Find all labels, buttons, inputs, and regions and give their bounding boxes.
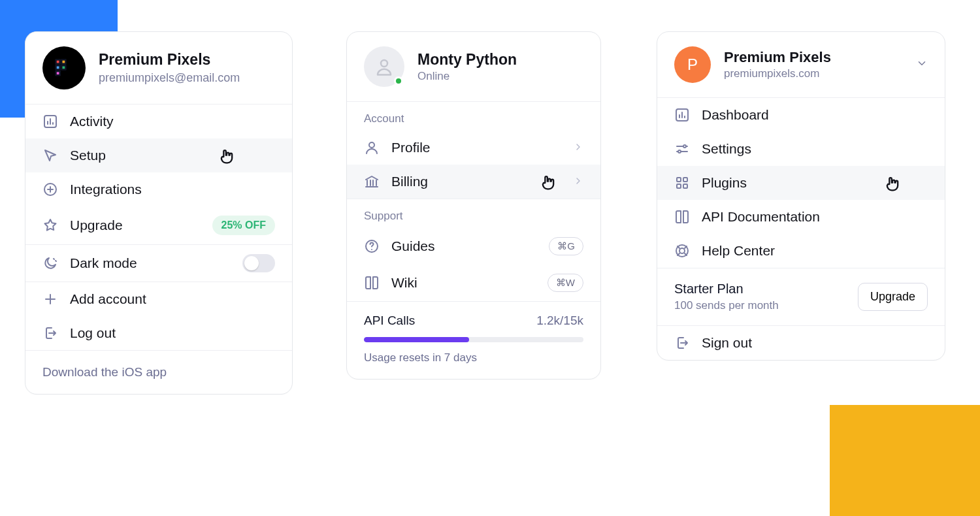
menu-item-settings[interactable]: Settings [657,132,945,166]
menu-item-label: Setup [70,148,106,163]
discount-badge: 25% OFF [212,216,275,235]
menu-item-label: Dashboard [702,107,769,123]
usage-title: API Calls [364,314,415,328]
hand-cursor-icon [883,175,902,193]
account-title: Premium Pixels [99,51,240,69]
menu-item-label: Help Center [702,243,775,259]
menu-item-help-center[interactable]: Help Center [657,234,945,268]
person-icon [374,57,394,76]
plus-icon [42,291,58,307]
plan-subtitle: 100 sends per month [674,299,779,312]
menu-item-guides[interactable]: Guides ⌘G [347,228,600,265]
menu-item-label: Add account [70,291,146,307]
menu-item-activity[interactable]: Activity [25,105,292,138]
svg-rect-1 [61,60,65,64]
cursor-icon [42,148,58,163]
book-icon [364,275,380,291]
menu-item-upgrade[interactable]: Upgrade 25% OFF [25,206,292,244]
keyboard-shortcut: ⌘G [549,237,583,255]
section-label-support: Support [347,199,600,228]
menu-item-profile[interactable]: Profile [347,131,600,165]
menu-item-dark-mode[interactable]: Dark mode [25,245,292,282]
menu-item-billing[interactable]: Billing [347,165,600,199]
menu-item-label: Wiki [391,275,417,291]
menu-item-label: Plugins [702,175,747,191]
menu-item-api-docs[interactable]: API Documentation [657,200,945,234]
activity-icon [42,114,58,129]
star-icon [42,218,58,233]
plus-circle-icon [42,182,58,197]
logout-icon [42,325,58,341]
menu-item-label: Activity [70,114,114,129]
menu-item-plugins[interactable]: Plugins [657,166,945,200]
menu-item-label: Sign out [702,335,752,351]
grid-icon [674,175,690,191]
menu-item-label: Dark mode [70,255,137,271]
menu-item-label: Guides [391,238,435,254]
menu-item-setup[interactable]: Setup [25,138,292,172]
menu-item-label: Upgrade [70,218,123,233]
keyboard-shortcut: ⌘W [547,274,583,292]
workspace-avatar: P [674,46,711,83]
menu-item-label: API Documentation [702,209,820,225]
menu-item-add-account[interactable]: Add account [25,282,292,316]
usage-progress-fill [364,337,469,342]
lifebuoy-icon [674,243,690,259]
menu-panel-workspace: P Premium Pixels premiumpixels.com Dashb… [657,31,945,361]
bank-icon [364,174,380,189]
svg-rect-0 [56,60,60,64]
svg-rect-2 [56,65,60,69]
help-icon [364,238,380,254]
usage-progress-track [364,337,583,342]
account-email: premiumpixels@email.com [99,71,240,85]
svg-rect-16 [683,184,687,188]
api-usage-section: API Calls 1.2k/15k Usage resets in 7 day… [347,302,600,379]
menu-item-label: Billing [391,174,428,189]
menu-item-dashboard[interactable]: Dashboard [657,98,945,132]
book-icon [674,209,690,225]
menu-item-sign-out[interactable]: Sign out [657,326,945,360]
menu-item-label: Integrations [70,182,142,197]
chevron-right-icon [573,140,583,155]
moon-icon [42,255,58,271]
usage-reset-note: Usage resets in 7 days [364,351,583,364]
menu-item-integrations[interactable]: Integrations [25,172,292,206]
pixel-logo-icon [54,58,74,78]
svg-point-12 [678,150,681,153]
user-avatar [364,46,404,87]
svg-point-11 [683,145,686,148]
menu-item-label: Settings [702,141,751,157]
download-ios-link[interactable]: Download the iOS app [25,351,292,394]
svg-rect-15 [677,184,681,188]
hand-cursor-icon [539,174,557,192]
workspace-title: Premium Pixels [724,49,831,66]
chart-icon [674,107,690,123]
menu-item-log-out[interactable]: Log out [25,316,292,350]
svg-rect-3 [61,65,65,69]
menu-item-label: Profile [391,140,431,155]
user-name: Monty Python [417,51,517,69]
svg-point-18 [679,248,685,253]
menu-panel-account: Premium Pixels premiumpixels@email.com A… [25,31,293,395]
section-label-account: Account [347,102,600,131]
usage-count: 1.2k/15k [536,314,583,328]
sliders-icon [674,141,690,157]
svg-rect-4 [56,71,60,75]
svg-rect-14 [683,178,687,182]
plan-title: Starter Plan [674,282,779,297]
menu-item-wiki[interactable]: Wiki ⌘W [347,265,600,301]
status-indicator [394,76,403,86]
user-status: Online [417,70,517,83]
svg-point-7 [381,60,387,67]
avatar-logo [42,46,86,89]
hand-cursor-icon [218,148,236,166]
dark-mode-toggle[interactable] [242,254,275,272]
decoration-orange-square [830,405,980,516]
user-icon [364,140,380,155]
menu-panel-user: Monty Python Online Account Profile Bill… [346,31,601,379]
plan-section: Starter Plan 100 sends per month Upgrade [657,268,945,325]
chevron-down-icon[interactable] [916,57,928,72]
upgrade-button[interactable]: Upgrade [858,283,928,311]
svg-rect-13 [677,178,681,182]
svg-point-8 [369,142,374,148]
